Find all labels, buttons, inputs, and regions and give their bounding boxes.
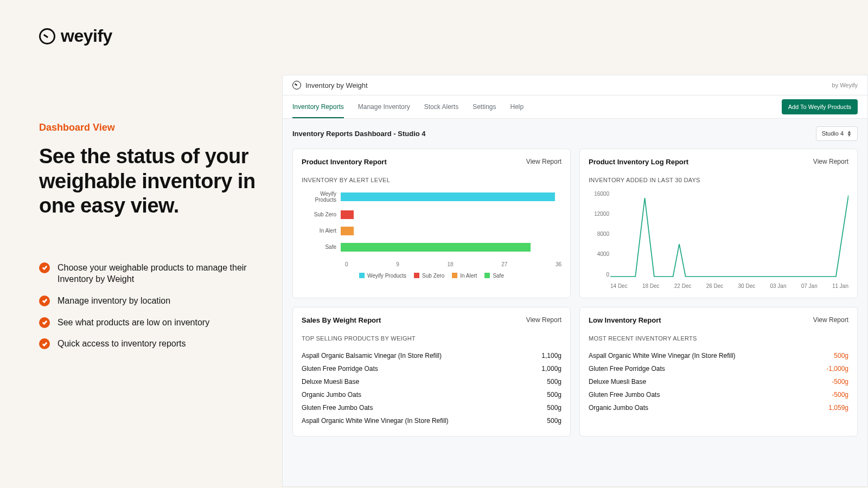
- product-weight: 1,000g: [541, 365, 561, 373]
- product-weight: 500g: [547, 404, 561, 412]
- x-tick: 27: [501, 261, 507, 267]
- table-row: Organic Jumbo Oats1,059g: [589, 401, 848, 414]
- alert-weight: -500g: [832, 378, 848, 386]
- product-name: Organic Jumbo Oats: [302, 391, 361, 399]
- table-row: Organic Jumbo Oats500g: [302, 388, 561, 401]
- app-title: Inventory by Weight: [292, 81, 368, 89]
- by-brand-label: by Weyify: [832, 82, 858, 88]
- bar-label: In Alert: [302, 228, 341, 234]
- feature-list: Choose your weighable products to manage…: [39, 262, 256, 350]
- check-icon: [39, 296, 50, 306]
- feature-item: Quick access to inventory reports: [39, 338, 256, 350]
- eyebrow-label: Dashboard View: [39, 122, 256, 133]
- x-tick: 9: [396, 261, 399, 267]
- brand-logo-icon: [39, 28, 55, 44]
- bar-legend: Weyify Products Sub Zero In Alert Safe: [302, 273, 561, 279]
- product-name: Gluten Free Porridge Oats: [302, 365, 378, 373]
- feature-item: See what products are low on inventory: [39, 317, 256, 329]
- view-report-link[interactable]: View Report: [813, 158, 848, 165]
- bar-chart: Weyify Products Sub Zero In Alert S: [302, 191, 561, 279]
- location-selector[interactable]: Studio 4 ▲▼: [816, 126, 858, 141]
- y-tick: 12000: [589, 211, 609, 217]
- card-title: Low Inventory Report: [589, 316, 661, 324]
- card-inventory-log: Product Inventory Log Report View Report…: [579, 149, 858, 298]
- sales-list: Aspall Organic Balsamic Vinegar (In Stor…: [302, 349, 561, 427]
- bar-weyify: [341, 192, 555, 201]
- feature-item: Manage inventory by location: [39, 295, 256, 307]
- product-name: Gluten Free Jumbo Oats: [302, 404, 373, 412]
- card-product-inventory: Product Inventory Report View Report INV…: [292, 149, 571, 298]
- add-to-weyify-button[interactable]: Add To Weyify Products: [782, 99, 858, 114]
- tab-inventory-reports[interactable]: Inventory Reports: [292, 95, 344, 118]
- legend-item: Weyify Products: [367, 273, 406, 279]
- tab-help[interactable]: Help: [510, 95, 524, 118]
- bar-label: Safe: [302, 244, 341, 250]
- app-header: Inventory by Weight by Weyify: [283, 75, 867, 95]
- table-row: Aspall Organic Balsamic Vinegar (In Stor…: [302, 349, 561, 362]
- card-subtitle: INVENTORY ADDED IN LAST 30 DAYS: [589, 177, 848, 183]
- table-row: Gluten Free Porridge Oats1,000g: [302, 362, 561, 375]
- table-row: Gluten Free Porridge Oats-1,000g: [589, 362, 848, 375]
- bar-label: Weyify Products: [302, 191, 341, 203]
- table-row: Deluxe Muesli Base500g: [302, 375, 561, 388]
- x-tick: 03 Jan: [770, 283, 786, 289]
- x-tick: 36: [556, 261, 561, 267]
- bar-label: Sub Zero: [302, 211, 341, 217]
- alert-weight: -500g: [832, 391, 848, 399]
- product-name: Deluxe Muesli Base: [589, 378, 646, 386]
- card-subtitle: TOP SELLING PRODUCTS BY WEIGHT: [302, 335, 561, 342]
- product-weight: 1,100g: [541, 352, 561, 359]
- feature-text: See what products are low on inventory: [58, 317, 209, 329]
- feature-text: Choose your weighable products to manage…: [58, 262, 256, 285]
- product-name: Aspall Organic White Wine Vinegar (In St…: [589, 352, 736, 359]
- view-report-link[interactable]: View Report: [813, 316, 848, 324]
- x-tick: 11 Jan: [832, 283, 848, 289]
- feature-item: Choose your weighable products to manage…: [39, 262, 256, 285]
- x-tick: 26 Dec: [706, 283, 724, 289]
- check-icon: [39, 262, 50, 273]
- y-axis: 0 4000 8000 12000 16000: [589, 191, 609, 278]
- brand-logo: weyify: [39, 26, 256, 46]
- tab-settings[interactable]: Settings: [473, 95, 496, 118]
- product-weight: 500g: [547, 417, 561, 425]
- bar-inalert: [341, 227, 354, 235]
- product-name: Aspall Organic White Wine Vinegar (In St…: [302, 417, 449, 425]
- alerts-list: Aspall Organic White Wine Vinegar (In St…: [589, 349, 848, 414]
- app-window: Inventory by Weight by Weyify Inventory …: [282, 75, 868, 487]
- location-value: Studio 4: [822, 130, 844, 137]
- card-title: Product Inventory Report: [302, 158, 387, 166]
- x-tick: 18: [447, 261, 453, 267]
- feature-text: Manage inventory by location: [58, 295, 170, 307]
- tab-manage-inventory[interactable]: Manage Inventory: [358, 95, 410, 118]
- y-tick: 8000: [589, 231, 609, 237]
- legend-item: Safe: [493, 273, 504, 279]
- bar-x-axis: 0 9 18 27 36: [345, 259, 561, 273]
- alert-weight: -1,000g: [826, 365, 848, 373]
- table-row: Deluxe Muesli Base-500g: [589, 375, 848, 388]
- x-axis: 14 Dec 18 Dec 22 Dec 26 Dec 30 Dec 03 Ja…: [610, 283, 848, 289]
- legend-item: In Alert: [460, 273, 477, 279]
- x-tick: 0: [345, 261, 348, 267]
- sort-icon: ▲▼: [847, 130, 852, 137]
- x-tick: 14 Dec: [610, 283, 628, 289]
- x-tick: 30 Dec: [738, 283, 756, 289]
- card-low-inventory: Low Inventory Report View Report MOST RE…: [579, 307, 858, 436]
- tab-stock-alerts[interactable]: Stock Alerts: [424, 95, 458, 118]
- card-sales-by-weight: Sales By Weight Report View Report TOP S…: [292, 307, 571, 436]
- product-name: Organic Jumbo Oats: [589, 404, 648, 412]
- app-logo-icon: [292, 81, 301, 89]
- card-title: Product Inventory Log Report: [589, 158, 688, 166]
- product-weight: 500g: [547, 378, 561, 386]
- view-report-link[interactable]: View Report: [526, 316, 561, 324]
- product-name: Gluten Free Porridge Oats: [589, 365, 665, 373]
- dashboard-title: Inventory Reports Dashboard - Studio 4: [292, 130, 426, 138]
- line-chart-svg: [610, 191, 848, 278]
- product-name: Gluten Free Jumbo Oats: [589, 391, 660, 399]
- check-icon: [39, 338, 50, 349]
- card-subtitle: MOST RECENT INVENTORY ALERTS: [589, 335, 848, 342]
- view-report-link[interactable]: View Report: [526, 158, 561, 165]
- alert-weight: 500g: [834, 352, 848, 359]
- check-icon: [39, 317, 50, 328]
- y-tick: 16000: [589, 191, 609, 197]
- table-row: Gluten Free Jumbo Oats-500g: [589, 388, 848, 401]
